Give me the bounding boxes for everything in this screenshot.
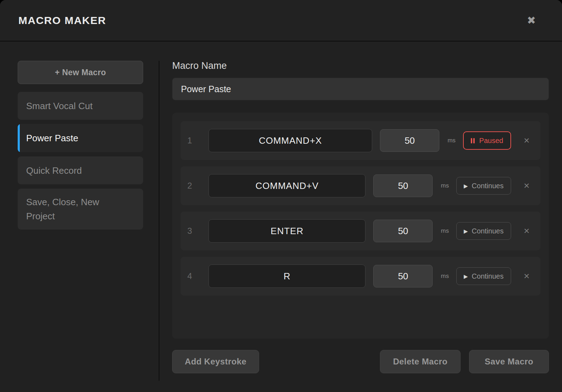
sidebar-macro-item[interactable]: Quick Record	[18, 156, 143, 184]
keystroke-key-button[interactable]: R	[209, 265, 365, 288]
delay-unit-label: ms	[441, 273, 449, 280]
bottom-bar: Add Keystroke Delete Macro Save Macro	[172, 350, 549, 373]
play-icon: ▶	[464, 183, 468, 189]
delay-input[interactable]	[373, 265, 433, 287]
sidebar-divider	[159, 61, 159, 381]
mode-toggle-button[interactable]: ▶ Continues	[456, 267, 511, 285]
delete-macro-button[interactable]: Delete Macro	[380, 350, 461, 373]
save-macro-button[interactable]: Save Macro	[469, 350, 549, 373]
remove-keystroke-icon[interactable]: ×	[524, 136, 529, 145]
dialog-content: + New Macro Smart Vocal Cut Power Paste …	[0, 42, 562, 381]
play-icon: ▶	[464, 228, 468, 234]
mode-label: Paused	[479, 137, 503, 145]
macro-editor: Macro Name 1 COMMAND+X ms ▶ Paused × 2 C…	[172, 61, 549, 373]
delay-input[interactable]	[380, 129, 439, 152]
mode-label: Continues	[472, 227, 504, 235]
selected-accent-bar	[18, 124, 20, 152]
remove-keystroke-icon[interactable]: ×	[524, 271, 529, 281]
new-macro-button[interactable]: + New Macro	[18, 61, 143, 84]
window-title: MACRO MAKER	[18, 14, 106, 26]
keystroke-index: 2	[181, 181, 209, 191]
keystroke-key-button[interactable]: ENTER	[209, 219, 365, 243]
keystroke-panel: 1 COMMAND+X ms ▶ Paused × 2 COMMAND+V ms…	[172, 113, 549, 339]
mode-toggle-button[interactable]: ▶ Continues	[456, 177, 511, 195]
keystroke-row: 1 COMMAND+X ms ▶ Paused ×	[181, 121, 540, 160]
macro-maker-window: MACRO MAKER ✖ + New Macro Smart Vocal Cu…	[0, 0, 562, 392]
macro-item-label: Power Paste	[26, 131, 78, 145]
remove-keystroke-icon[interactable]: ×	[524, 226, 529, 236]
delay-unit-label: ms	[447, 137, 456, 144]
sidebar: + New Macro Smart Vocal Cut Power Paste …	[18, 61, 143, 234]
mode-toggle-button[interactable]: ▶ Continues	[456, 222, 511, 240]
sidebar-macro-item[interactable]: Power Paste	[18, 124, 143, 152]
macro-item-label: Save, Close, New Project	[26, 195, 129, 223]
sidebar-macro-item[interactable]: Save, Close, New Project	[18, 189, 143, 230]
close-icon[interactable]: ✖	[527, 15, 536, 26]
keystroke-index: 1	[181, 136, 209, 145]
delay-unit-label: ms	[441, 227, 449, 234]
macro-name-input[interactable]	[172, 78, 549, 100]
macro-item-label: Smart Vocal Cut	[26, 99, 93, 113]
macro-list: Smart Vocal Cut Power Paste Quick Record…	[18, 92, 143, 230]
sidebar-macro-item[interactable]: Smart Vocal Cut	[18, 92, 143, 120]
pause-icon	[471, 138, 476, 143]
play-icon: ▶	[464, 274, 468, 279]
macro-item-label: Quick Record	[26, 164, 82, 178]
keystroke-row: 2 COMMAND+V ms ▶ Continues ×	[181, 166, 540, 205]
delay-unit-label: ms	[441, 182, 449, 189]
mode-label: Continues	[472, 272, 504, 280]
keystroke-row: 4 R ms ▶ Continues ×	[181, 257, 540, 296]
mode-toggle-button[interactable]: ▶ Paused	[463, 131, 511, 150]
keystroke-key-button[interactable]: COMMAND+X	[209, 129, 372, 152]
remove-keystroke-icon[interactable]: ×	[524, 181, 529, 191]
keystroke-index: 3	[181, 226, 209, 236]
keystroke-key-button[interactable]: COMMAND+V	[209, 174, 365, 197]
keystroke-row: 3 ENTER ms ▶ Continues ×	[181, 212, 540, 250]
keystroke-index: 4	[181, 271, 209, 281]
macro-name-label: Macro Name	[172, 61, 549, 71]
add-keystroke-button[interactable]: Add Keystroke	[172, 350, 259, 373]
mode-label: Continues	[472, 182, 504, 190]
titlebar: MACRO MAKER ✖	[0, 0, 562, 42]
delay-input[interactable]	[373, 174, 433, 197]
delay-input[interactable]	[373, 220, 433, 242]
